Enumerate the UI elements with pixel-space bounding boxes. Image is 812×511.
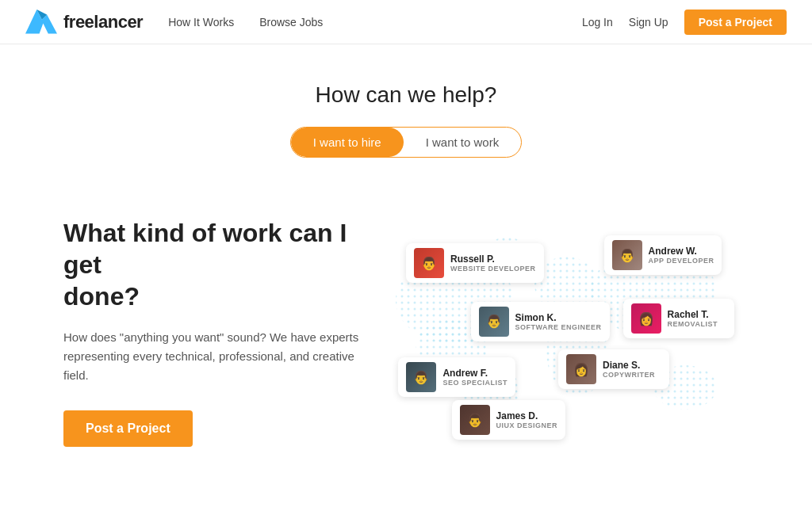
main-content: What kind of work can I get done? How do… bbox=[0, 174, 812, 490]
card-name-simon: Simon K. bbox=[515, 312, 602, 323]
toggle-work-button[interactable]: I want to work bbox=[404, 128, 522, 157]
map-illustration: 👨 Russell P. WEBSITE DEVELOPER 👨 Andrew … bbox=[368, 205, 749, 459]
avatar-simon: 👨 bbox=[479, 307, 509, 337]
main-heading: What kind of work can I get done? bbox=[63, 217, 365, 312]
login-button[interactable]: Log In bbox=[582, 16, 613, 29]
toggle-group: I want to hire I want to work bbox=[290, 127, 522, 158]
post-project-button[interactable]: Post a Project bbox=[63, 410, 193, 447]
nav-left: freelancer How It Works Browse Jobs bbox=[25, 10, 323, 35]
card-name-diane: Diane S. bbox=[603, 360, 655, 371]
signup-button[interactable]: Sign Up bbox=[629, 16, 668, 29]
freelancer-card-russell: 👨 Russell P. WEBSITE DEVELOPER bbox=[406, 243, 544, 283]
freelancer-card-andrew-f: 👨 Andrew F. SEO SPECIALIST bbox=[398, 357, 515, 397]
card-role-james: UIUX DESIGNER bbox=[496, 421, 558, 429]
post-project-nav-button[interactable]: Post a Project bbox=[684, 10, 787, 35]
avatar-rachel: 👩 bbox=[631, 303, 661, 334]
nav-right: Log In Sign Up Post a Project bbox=[582, 10, 787, 35]
navbar: freelancer How It Works Browse Jobs Log … bbox=[0, 0, 812, 44]
freelancer-card-diane: 👩 Diane S. COPYWRITER bbox=[558, 349, 669, 389]
browse-jobs-link[interactable]: Browse Jobs bbox=[259, 16, 323, 29]
how-it-works-link[interactable]: How It Works bbox=[168, 16, 234, 29]
left-text-block: What kind of work can I get done? How do… bbox=[63, 217, 365, 447]
avatar-russell: 👨 bbox=[414, 248, 444, 278]
avatar-andrew-w: 👨 bbox=[612, 240, 642, 270]
logo-text: freelancer bbox=[63, 12, 143, 32]
avatar-james: 👨 bbox=[460, 405, 490, 435]
freelancer-card-simon: 👨 Simon K. SOFTWARE ENGINEER bbox=[471, 302, 610, 341]
card-name-andrew-w: Andrew W. bbox=[649, 246, 714, 257]
card-role-diane: COPYWRITER bbox=[603, 371, 655, 379]
main-description: How does "anything you want" sound? We h… bbox=[63, 328, 365, 385]
freelancer-card-james: 👨 James D. UIUX DESIGNER bbox=[452, 400, 566, 440]
card-name-andrew-f: Andrew F. bbox=[442, 368, 508, 379]
card-role-rachel: REMOVALIST bbox=[668, 320, 718, 328]
card-role-andrew-f: SEO SPECIALIST bbox=[442, 379, 508, 387]
card-name-james: James D. bbox=[496, 410, 558, 421]
hero-title: How can we help? bbox=[16, 82, 796, 108]
avatar-diane: 👩 bbox=[566, 354, 596, 384]
card-name-rachel: Rachel T. bbox=[668, 309, 718, 320]
freelancer-card-andrew-w: 👨 Andrew W. APP DEVELOPER bbox=[604, 235, 722, 275]
hero-section: How can we help? I want to hire I want t… bbox=[0, 44, 812, 174]
card-role-simon: SOFTWARE ENGINEER bbox=[515, 323, 602, 331]
freelancer-card-rachel: 👩 Rachel T. REMOVALIST bbox=[623, 299, 734, 338]
avatar-andrew-f: 👨 bbox=[406, 362, 436, 392]
card-role-russell: WEBSITE DEVELOPER bbox=[450, 265, 536, 273]
logo[interactable]: freelancer bbox=[25, 10, 143, 35]
card-name-russell: Russell P. bbox=[450, 254, 536, 265]
card-role-andrew-w: APP DEVELOPER bbox=[649, 257, 714, 265]
toggle-hire-button[interactable]: I want to hire bbox=[291, 128, 404, 157]
